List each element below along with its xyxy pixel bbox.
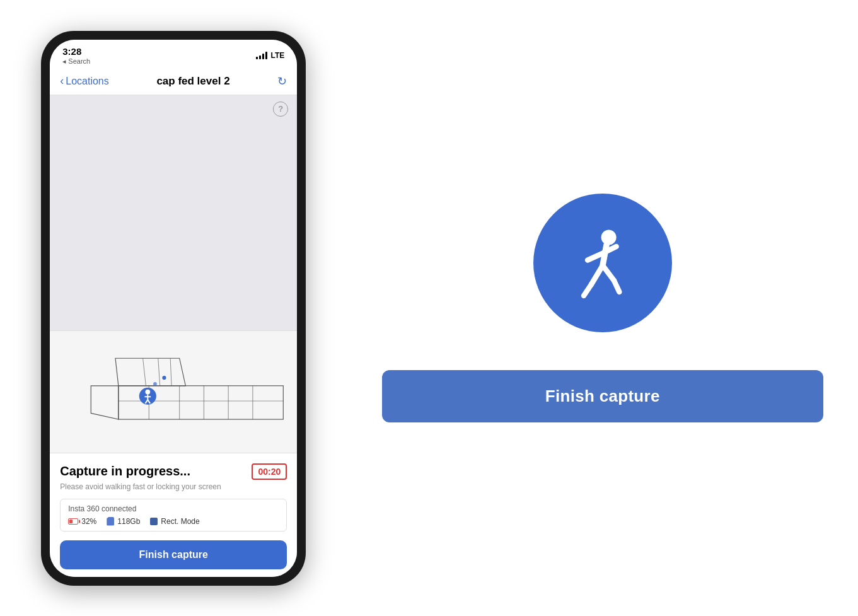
phone-frame: 3:28 ◂ Search LTE (41, 31, 306, 586)
device-info-box: Insta 360 connected 32% 118Gb (60, 499, 287, 532)
svg-line-25 (584, 284, 591, 296)
svg-line-24 (591, 265, 603, 284)
help-icon[interactable]: ? (273, 102, 288, 117)
floor-plan-svg (57, 339, 289, 445)
signal-bars (256, 52, 267, 59)
svg-point-12 (162, 375, 167, 380)
capture-header: Capture in progress... 00:20 (60, 463, 287, 480)
phone-mockup: 3:28 ◂ Search LTE (28, 18, 318, 598)
svg-marker-1 (115, 358, 185, 386)
svg-point-13 (153, 382, 157, 386)
status-time: 3:28 (62, 46, 90, 57)
back-chevron-icon: ‹ (60, 74, 64, 88)
signal-bar-3 (262, 54, 264, 59)
mode-value: Rect. Mode (161, 517, 199, 526)
capture-panel: Capture in progress... 00:20 Please avoi… (50, 453, 297, 577)
back-button[interactable]: ‹ Locations (60, 74, 109, 88)
svg-line-26 (603, 265, 614, 281)
phone-screen: 3:28 ◂ Search LTE (50, 40, 297, 577)
status-search: ◂ Search (62, 57, 90, 66)
svg-point-20 (601, 230, 616, 245)
svg-line-27 (614, 281, 619, 292)
mode-icon (150, 518, 158, 525)
mode-stat: Rect. Mode (150, 517, 199, 526)
signal-bar-1 (256, 57, 258, 59)
floor-plan-area (50, 330, 297, 453)
finish-capture-phone-button[interactable]: Finish capture (60, 540, 287, 569)
battery-fill (69, 520, 72, 523)
svg-line-9 (158, 358, 160, 386)
nav-bar: ‹ Locations cap fed level 2 ↻ (50, 69, 297, 95)
storage-stat: 118Gb (107, 517, 140, 526)
device-stats: 32% 118Gb Rect. Mode (68, 517, 279, 526)
map-area-top: ? (50, 95, 297, 330)
lte-label: LTE (270, 51, 284, 60)
capture-subtitle: Please avoid walking fast or locking you… (60, 482, 287, 491)
search-label: Search (68, 57, 90, 65)
page-title: cap fed level 2 (156, 75, 229, 88)
battery-icon (68, 518, 78, 525)
signal-bar-2 (259, 55, 261, 59)
svg-marker-2 (91, 385, 119, 419)
status-bar: 3:28 ◂ Search LTE (50, 40, 297, 69)
capture-timer: 00:20 (252, 463, 287, 480)
walker-circle (533, 194, 672, 332)
svg-line-8 (143, 358, 146, 386)
right-panel: Finish capture (376, 0, 830, 616)
capture-title: Capture in progress... (60, 464, 190, 479)
storage-icon (107, 517, 114, 526)
walking-person-icon (565, 224, 641, 302)
svg-line-10 (170, 358, 171, 386)
status-right: LTE (256, 51, 284, 60)
direction-indicator: ◂ (62, 57, 68, 65)
storage-value: 118Gb (117, 517, 140, 526)
status-left: 3:28 ◂ Search (62, 46, 90, 66)
signal-bar-4 (265, 52, 267, 59)
battery-value: 32% (81, 517, 96, 526)
back-label: Locations (66, 76, 109, 87)
refresh-icon[interactable]: ↻ (277, 74, 287, 88)
device-name: Insta 360 connected (68, 504, 279, 513)
battery-stat: 32% (68, 517, 96, 526)
finish-capture-main-button[interactable]: Finish capture (382, 370, 823, 422)
svg-point-15 (146, 389, 151, 394)
